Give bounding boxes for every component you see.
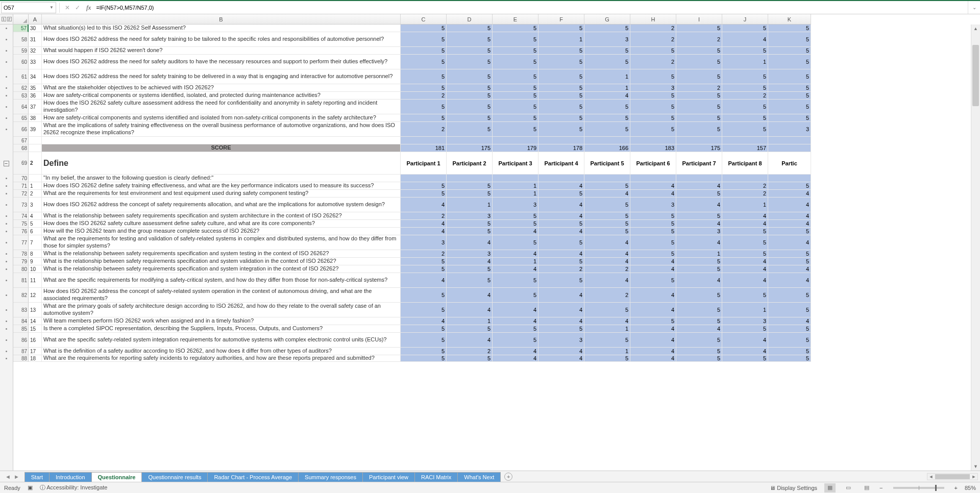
- cell[interactable]: What is the relationship between safety …: [42, 258, 401, 265]
- row-header[interactable]: 69: [13, 152, 29, 175]
- outline-dot[interactable]: [2, 228, 10, 235]
- cell[interactable]: 5: [538, 325, 584, 333]
- cell[interactable]: 5: [493, 84, 538, 92]
- row-header[interactable]: 78: [13, 250, 29, 258]
- cell[interactable]: 5: [447, 100, 493, 114]
- chevron-down-icon[interactable]: ▼: [50, 5, 54, 10]
- cell[interactable]: What are the requirements for reporting …: [42, 355, 401, 362]
- cell[interactable]: 4: [584, 317, 630, 325]
- cell[interactable]: 6: [29, 228, 42, 235]
- cell[interactable]: 4: [768, 198, 811, 212]
- cell[interactable]: 5: [722, 288, 768, 303]
- outline-empty[interactable]: [2, 144, 10, 152]
- row-header[interactable]: 70: [13, 175, 29, 182]
- cell[interactable]: 5: [538, 47, 584, 55]
- cell[interactable]: 175: [447, 144, 493, 152]
- cell[interactable]: 5: [447, 69, 493, 84]
- cell[interactable]: 33: [29, 55, 42, 69]
- cell[interactable]: 1: [493, 182, 538, 190]
- outline-dot[interactable]: [2, 348, 10, 355]
- cell[interactable]: 1: [493, 190, 538, 198]
- scroll-thumb[interactable]: [972, 45, 979, 106]
- column-header-J[interactable]: J: [722, 14, 768, 24]
- cell[interactable]: [447, 175, 493, 182]
- column-header-C[interactable]: C: [401, 14, 447, 24]
- cell[interactable]: 4: [722, 273, 768, 288]
- cell[interactable]: Will team members perform ISO 26262 work…: [42, 317, 401, 325]
- row-header[interactable]: 86: [13, 333, 29, 348]
- cell[interactable]: 4: [401, 198, 447, 212]
- cell[interactable]: 5: [722, 122, 768, 137]
- cell[interactable]: 4: [676, 325, 722, 333]
- participant-header[interactable]: Participant 1: [401, 152, 447, 175]
- cell[interactable]: 4: [768, 235, 811, 250]
- cell[interactable]: [722, 137, 768, 144]
- cell[interactable]: 5: [447, 24, 493, 32]
- cell[interactable]: 5: [676, 355, 722, 362]
- cell[interactable]: [401, 137, 447, 144]
- outline-dot[interactable]: [2, 92, 10, 100]
- cell[interactable]: 4: [401, 228, 447, 235]
- cell[interactable]: 5: [447, 84, 493, 92]
- cell[interactable]: 4: [722, 220, 768, 228]
- cell[interactable]: 5: [493, 114, 538, 122]
- cell[interactable]: 5: [401, 265, 447, 273]
- row-header[interactable]: 82: [13, 288, 29, 303]
- cell[interactable]: 4: [676, 273, 722, 288]
- row-header[interactable]: 85: [13, 325, 29, 333]
- cell[interactable]: 5: [538, 114, 584, 122]
- sheet-tab[interactable]: What's Next: [457, 472, 501, 482]
- cell[interactable]: 4: [584, 235, 630, 250]
- cell[interactable]: 5: [584, 228, 630, 235]
- outline-collapse[interactable]: −: [2, 152, 10, 175]
- outline-dot[interactable]: [2, 24, 10, 32]
- cell[interactable]: 4: [538, 182, 584, 190]
- cell[interactable]: 5: [768, 92, 811, 100]
- cell[interactable]: 5: [538, 84, 584, 92]
- participant-header[interactable]: Participant 6: [630, 152, 676, 175]
- cell[interactable]: 4: [401, 317, 447, 325]
- cell[interactable]: [42, 137, 401, 144]
- cell[interactable]: 5: [676, 190, 722, 198]
- cell[interactable]: 4: [722, 348, 768, 355]
- cell[interactable]: 5: [584, 182, 630, 190]
- outline-dot[interactable]: [2, 303, 10, 317]
- cell[interactable]: 2: [29, 190, 42, 198]
- sheet-tab[interactable]: RACI Matrix: [414, 472, 458, 482]
- cell[interactable]: 5: [722, 228, 768, 235]
- cell[interactable]: 2: [538, 265, 584, 273]
- cell[interactable]: 5: [722, 235, 768, 250]
- row-header[interactable]: 60: [13, 55, 29, 69]
- cell[interactable]: How are safety-critical components and s…: [42, 114, 401, 122]
- cell[interactable]: 5: [722, 100, 768, 114]
- outline-dot[interactable]: [2, 265, 10, 273]
- cell[interactable]: 5: [538, 122, 584, 137]
- sheet-tab[interactable]: Questionnaire: [91, 472, 142, 482]
- sheet-tab[interactable]: Participant view: [362, 472, 415, 482]
- cell[interactable]: 5: [447, 47, 493, 55]
- cell[interactable]: 4: [29, 212, 42, 220]
- cell[interactable]: 4: [493, 317, 538, 325]
- cell[interactable]: 5: [447, 325, 493, 333]
- participant-header[interactable]: Participant 5: [584, 152, 630, 175]
- cell[interactable]: 5: [538, 273, 584, 288]
- formula-input[interactable]: [94, 4, 968, 12]
- outline-dot[interactable]: [2, 100, 10, 114]
- cell[interactable]: 31: [29, 32, 42, 47]
- cell[interactable]: 1: [584, 325, 630, 333]
- cell[interactable]: What situation(s) led to this ISO 26262 …: [42, 24, 401, 32]
- cell[interactable]: 30: [29, 24, 42, 32]
- cell[interactable]: [768, 137, 811, 144]
- cell[interactable]: What would happen if ISO 26262 weren't d…: [42, 47, 401, 55]
- cell[interactable]: [584, 175, 630, 182]
- cell[interactable]: 5: [768, 55, 811, 69]
- cell[interactable]: 13: [29, 303, 42, 317]
- cell[interactable]: 5: [768, 24, 811, 32]
- cell[interactable]: 4: [768, 220, 811, 228]
- cell[interactable]: 5: [447, 32, 493, 47]
- cell[interactable]: 5: [676, 317, 722, 325]
- cell[interactable]: 4: [676, 220, 722, 228]
- cell[interactable]: 4: [630, 348, 676, 355]
- column-header-I[interactable]: I: [676, 14, 722, 24]
- cell[interactable]: 4: [630, 333, 676, 348]
